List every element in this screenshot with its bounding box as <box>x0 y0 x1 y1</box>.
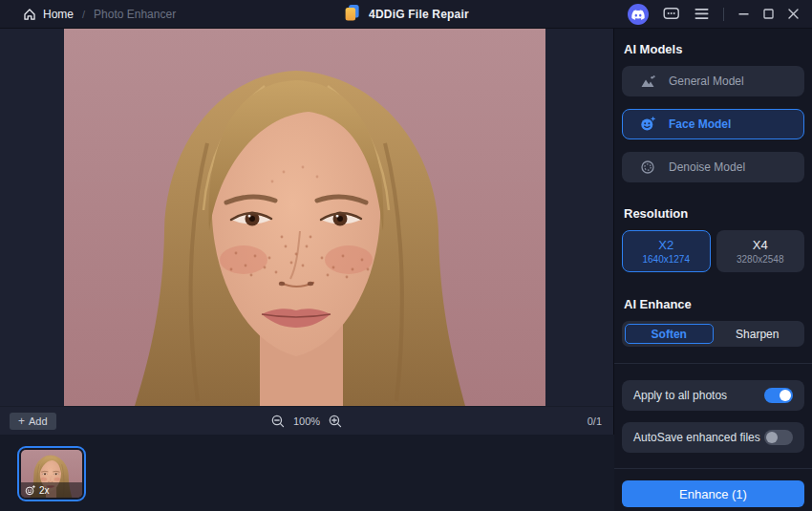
resolution-x2-size: 1640x1274 <box>643 254 691 265</box>
window-controls-divider <box>723 8 724 21</box>
close-icon[interactable] <box>788 9 799 19</box>
resolution-x2-label: X2 <box>658 238 673 252</box>
ai-enhance-heading: AI Enhance <box>624 297 804 311</box>
ai-models-heading: AI Models <box>624 42 804 56</box>
autosave-toggle[interactable] <box>764 430 793 445</box>
toggle-knob <box>766 432 778 443</box>
resolution-x4-size: 3280x2548 <box>737 254 784 265</box>
autosave-setting: AutoSave enhanced files <box>622 422 804 453</box>
plus-icon: + <box>18 415 25 427</box>
resolution-heading: Resolution <box>624 206 804 221</box>
zoom-controls: 100% <box>271 415 342 428</box>
photo-thumbnail[interactable]: 2x <box>17 446 86 501</box>
mountain-icon <box>640 75 655 89</box>
zoom-level: 100% <box>293 415 320 427</box>
settings-sidebar: AI Models General Model <box>614 29 812 511</box>
thumbnail-scale-badge: 2x <box>39 485 50 496</box>
thumbnail-image: 2x <box>21 450 82 498</box>
breadcrumb-home[interactable]: Home <box>43 8 74 21</box>
sharpen-option[interactable]: Sharpen <box>714 324 802 344</box>
model-button-denoise[interactable]: Denoise Model <box>622 152 804 182</box>
add-photo-label: Add <box>29 415 48 427</box>
model-label-denoise: Denoise Model <box>669 160 745 174</box>
window-controls <box>628 4 812 25</box>
breadcrumb-current: Photo Enhancer <box>94 8 176 21</box>
zoom-in-icon[interactable] <box>329 415 342 428</box>
denoise-dots-icon <box>640 160 655 175</box>
discord-icon[interactable] <box>628 4 649 25</box>
apply-all-setting: Apply to all photos <box>622 380 804 411</box>
resolution-options: X2 1640x1274 X4 3280x2548 <box>622 230 804 272</box>
photo-canvas: + Add 100% <box>0 29 614 435</box>
model-button-general[interactable]: General Model <box>622 66 804 96</box>
thumbnail-strip: 2x <box>0 435 614 511</box>
thumbnail-badge: 2x <box>21 482 82 498</box>
enhance-mode-switch: Soften Sharpen <box>622 321 804 347</box>
app-title-group: 4DDiG File Repair <box>343 0 469 29</box>
zoom-out-icon[interactable] <box>271 415 285 428</box>
model-label-face: Face Model <box>669 117 731 131</box>
apply-all-toggle[interactable] <box>764 388 793 403</box>
model-button-face[interactable]: Face Model <box>622 109 804 139</box>
home-icon[interactable] <box>23 8 36 21</box>
soften-option[interactable]: Soften <box>625 324 714 344</box>
app-window: Home / Photo Enhancer 4DDiG File Repair <box>0 0 812 511</box>
photo-counter: 0/1 <box>588 415 602 427</box>
smiley-face-icon <box>640 117 655 132</box>
apply-all-label: Apply to all photos <box>633 389 727 402</box>
resolution-x4-label: X4 <box>753 238 768 252</box>
menu-icon[interactable] <box>694 8 709 20</box>
resolution-x4-button[interactable]: X4 3280x2548 <box>716 230 805 272</box>
feedback-chat-icon[interactable] <box>663 7 680 22</box>
breadcrumb-separator: / <box>80 9 87 20</box>
maximize-icon[interactable] <box>763 9 774 19</box>
model-label-general: General Model <box>669 75 744 88</box>
canvas-toolbar: + Add 100% <box>0 406 613 435</box>
smiley-badge-icon <box>25 485 35 496</box>
app-title: 4DDiG File Repair <box>369 8 469 21</box>
toggle-knob <box>780 390 791 401</box>
title-bar: Home / Photo Enhancer 4DDiG File Repair <box>0 0 812 29</box>
resolution-x2-button[interactable]: X2 1640x1274 <box>622 230 711 272</box>
app-logo-icon <box>343 4 361 26</box>
breadcrumb: Home / Photo Enhancer <box>0 8 176 21</box>
sidebar-divider <box>614 363 812 364</box>
autosave-label: AutoSave enhanced files <box>633 431 760 444</box>
preview-image <box>64 29 545 406</box>
enhance-button[interactable]: Enhance (1) <box>622 480 804 507</box>
minimize-icon[interactable] <box>738 9 749 19</box>
add-photo-button[interactable]: + Add <box>10 413 56 430</box>
sidebar-divider <box>614 468 812 469</box>
